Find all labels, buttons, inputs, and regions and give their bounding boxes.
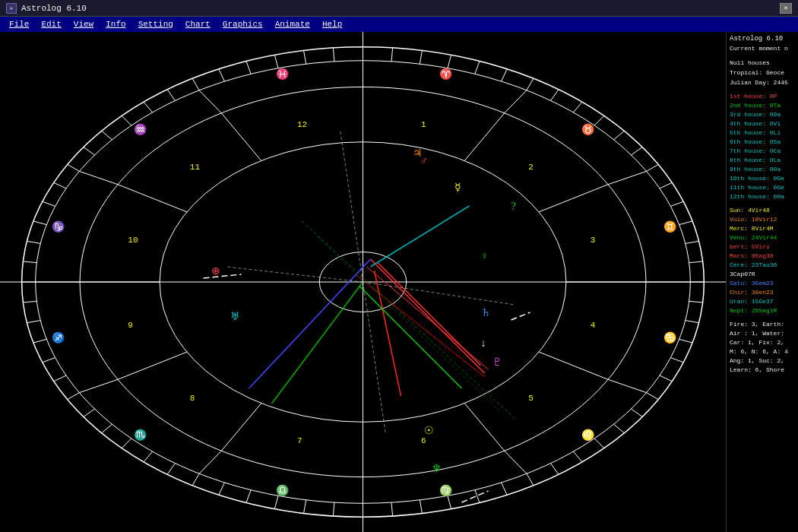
planet-line-1: Vulo: 10Vir12 [730, 215, 795, 224]
planet-line-8: Satu: 3Gem23 [730, 279, 795, 288]
menu-item-graphics[interactable]: Graphics [217, 17, 269, 32]
panel-subtitle: Current moment n [730, 43, 795, 53]
summary-line-5: Learn: 6, Shore [730, 366, 795, 375]
planet-line-2: Merc: 8Vir4M [730, 224, 795, 233]
close-button[interactable]: ✕ [780, 3, 792, 14]
house-line-5: 5th house: 0Li [730, 128, 795, 138]
menu-item-animate[interactable]: Animate [269, 17, 316, 32]
panel-app-title: Astrolog 6.10 [730, 35, 795, 43]
app-icon: ★ [6, 3, 17, 14]
planets-section: Sun: 4Vir48Vulo: 10Vir12Merc: 8Vir4MVenu… [730, 206, 795, 315]
menu-item-file[interactable]: File [3, 17, 35, 32]
chart-info: Null houses Tropical: Geoce Julian Day: … [730, 58, 795, 87]
house-line-9: 9th house: 00a [730, 165, 795, 174]
titlebar-left: ★ Astrolog 6.10 [6, 3, 87, 14]
house-line-6: 6th house: 0Sa [730, 138, 795, 147]
menu-item-edit[interactable]: Edit [35, 17, 67, 32]
menubar: FileEditViewInfoSettingChartGraphicsAnim… [0, 17, 798, 32]
house-line-12: 12th house: 00a [730, 192, 795, 201]
planet-line-6: Cere: 23Tau36 [730, 261, 795, 270]
planet-line-4: bert: 5Viru [730, 242, 795, 252]
planet-line-11: Nept: 26Sag1R [730, 306, 795, 315]
info-panel: Astrolog 6.10 Current moment n Null hous… [726, 32, 798, 532]
planet-line-3: Venu: 24Vir44 [730, 233, 795, 242]
planet-line-10: Uran: 15Ge37 [730, 297, 795, 306]
menu-item-info[interactable]: Info [100, 17, 131, 32]
app-info: Astrolog 6.10 Current moment n [730, 35, 795, 53]
julian: Julian Day: 2445 [730, 78, 795, 87]
summary-line-3: M: 6, N: 6, A: 4 [730, 347, 795, 356]
house-line-7: 7th house: 0Ca [730, 147, 795, 156]
titlebar: ★ Astrolog 6.10 ✕ [0, 0, 798, 17]
house-line-3: 3rd house: 09a [730, 110, 795, 119]
house-line-4: 4th house: 0Vi [730, 119, 795, 128]
summary-line-4: Ang: 1, Suc: 2, [730, 356, 795, 366]
summary-line-1: Air : 1, Water: [730, 329, 795, 338]
chart-area [0, 32, 726, 532]
menu-item-chart[interactable]: Chart [179, 17, 217, 32]
window-title: Astrolog 6.10 [21, 4, 87, 13]
house-line-10: 10th house: 0Ge [730, 174, 795, 183]
menu-item-setting[interactable]: Setting [132, 17, 179, 32]
house-line-11: 11th house: 0Ge [730, 183, 795, 192]
menu-item-view[interactable]: View [68, 17, 100, 32]
house-line-1: 1st house: 0P [730, 92, 795, 101]
planet-line-7: 3Cap07R [730, 270, 795, 279]
astro-chart-canvas[interactable] [0, 32, 726, 532]
summary-line-0: Fire: 3, Earth: [730, 320, 795, 329]
menu-item-help[interactable]: Help [316, 17, 348, 32]
summary-section: Fire: 3, Earth:Air : 1, Water:Car: 1, Fi… [730, 320, 795, 375]
houses-section: 1st house: 0P2nd house: 0Ta3rd house: 09… [730, 92, 795, 201]
house-line-2: 2nd house: 0Ta [730, 101, 795, 110]
null-houses: Null houses [730, 58, 795, 68]
house-line-8: 8th house: 0La [730, 156, 795, 165]
planet-line-9: Chir: 38en23 [730, 288, 795, 297]
tropical: Tropical: Geoce [730, 68, 795, 78]
main-content: Astrolog 6.10 Current moment n Null hous… [0, 32, 798, 532]
planet-line-5: Mars: 85ag38 [730, 252, 795, 261]
summary-line-2: Car: 1, Fix: 2, [730, 338, 795, 347]
planet-line-0: Sun: 4Vir48 [730, 206, 795, 215]
